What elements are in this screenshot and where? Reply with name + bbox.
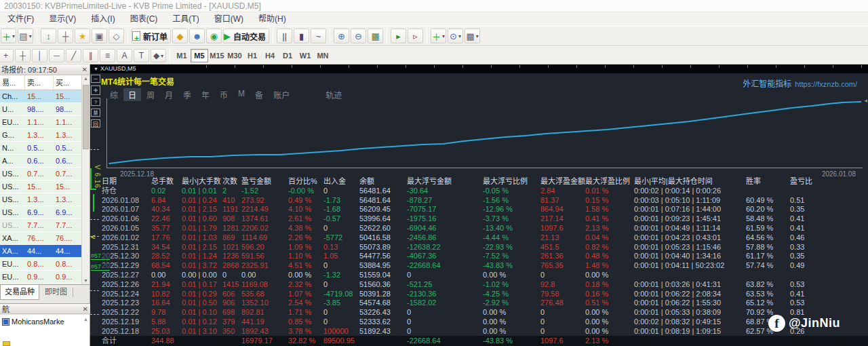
market-watch-row[interactable]: XA...44...44... xyxy=(0,245,82,258)
vertical-line-button[interactable]: │ xyxy=(32,49,47,62)
mql-community-button[interactable]: ☻ xyxy=(189,28,205,43)
close-icon[interactable]: ✕ xyxy=(82,64,87,75)
scroll-thumb[interactable] xyxy=(83,85,89,149)
terminal-button[interactable]: ▣ xyxy=(92,28,107,43)
period-tab-币[interactable]: 币 xyxy=(215,88,233,101)
indicators-button[interactable]: ＋▾ xyxy=(431,28,446,43)
market-watch-row[interactable]: A...0.6...0.6... xyxy=(0,155,82,168)
market-watch-row[interactable]: US...7.7...7.7... xyxy=(0,219,82,232)
candlestick-chart-button[interactable]: ▮ xyxy=(294,28,309,43)
market-watch-button[interactable]: ↕ xyxy=(41,28,56,43)
templates-button[interactable]: ▩▾ xyxy=(465,28,480,43)
tab-symbols[interactable]: 交易品种 xyxy=(0,285,39,300)
market-watch-row[interactable]: US...6.9...6.9... xyxy=(0,206,82,219)
zoom-out-button[interactable]: ⊖ xyxy=(351,28,366,43)
help-icon[interactable]: ? xyxy=(91,98,100,106)
chevron-down-icon[interactable]: ▾ xyxy=(29,33,32,39)
market-watch-row[interactable]: Ch...15...15... xyxy=(0,90,82,103)
trendline-button[interactable]: ╱ xyxy=(66,49,81,62)
market-watch-row[interactable]: US...15...15... xyxy=(0,180,82,193)
tile-windows-button[interactable]: ▦ xyxy=(368,28,383,43)
autotrading-button[interactable]: ▶自动交易 xyxy=(223,28,269,43)
market-watch-row[interactable]: EU...0.9...0.9... xyxy=(0,271,82,284)
chevron-down-icon[interactable]: ▾ xyxy=(458,33,461,39)
market-watch-row[interactable]: N...0.5...0.5... xyxy=(0,142,82,155)
chart-shift-button[interactable]: ▹ xyxy=(408,28,423,43)
signals-button[interactable]: ◉ xyxy=(206,28,222,43)
navigator-item[interactable]: MohicansMarke xyxy=(0,315,90,326)
timeframe-m30[interactable]: M30 xyxy=(226,49,243,62)
disable-icon[interactable]: 禁 xyxy=(91,109,100,117)
chevron-down-icon[interactable]: ▼ xyxy=(94,66,98,71)
menu-item-1[interactable]: 显示(V) xyxy=(41,12,83,26)
new-chart-button[interactable]: ＋▾ xyxy=(1,28,16,43)
market-watch-row[interactable]: US...1.3...1.3... xyxy=(0,193,82,206)
column-bid[interactable]: 卖... xyxy=(25,75,54,90)
strategy-tester-button[interactable]: ◇ xyxy=(108,28,124,43)
period-tab-M[interactable]: M xyxy=(233,88,250,101)
text-button[interactable]: A xyxy=(117,49,132,62)
timeframe-h4[interactable]: H4 xyxy=(261,49,279,62)
tab-tick-chart[interactable]: 即时图 xyxy=(39,285,73,300)
timeframe-m5[interactable]: M5 xyxy=(191,49,208,62)
scroll-up-icon[interactable]: ▲ xyxy=(83,317,88,322)
timeframe-m15[interactable]: M15 xyxy=(208,49,226,62)
close-icon[interactable]: ✕ xyxy=(83,304,88,315)
chevron-down-icon[interactable]: ▾ xyxy=(476,33,479,39)
period-tab-综[interactable]: 综 xyxy=(105,88,123,101)
periods-button[interactable]: ⊙▾ xyxy=(448,28,463,43)
period-tab-年[interactable]: 年 xyxy=(197,88,214,101)
chevron-down-icon[interactable]: ▾ xyxy=(161,53,163,59)
minimize-icon[interactable]: ─ xyxy=(91,75,100,83)
timeframe-d1[interactable]: D1 xyxy=(279,49,296,62)
profiles-button[interactable]: ▤▾ xyxy=(18,28,33,43)
menu-item-2[interactable]: 插入(I) xyxy=(83,12,122,26)
market-watch-scrollbar[interactable]: ▲ ▼ xyxy=(81,75,90,284)
timeframe-mn[interactable]: MN xyxy=(314,49,332,62)
bar-chart-button[interactable]: || xyxy=(277,28,292,43)
market-watch-row[interactable]: EU...1.1...1.1... xyxy=(0,116,82,129)
horizontal-line-button[interactable]: ─ xyxy=(49,49,64,62)
period-tab-月[interactable]: 月 xyxy=(160,88,178,101)
shapes-button[interactable]: ◆▾ xyxy=(151,49,166,62)
timeframe-w1[interactable]: W1 xyxy=(296,49,314,62)
copy-window-icon[interactable]: 回 xyxy=(91,119,100,128)
zoom-in-button[interactable]: ⊕ xyxy=(334,28,349,43)
timeframe-m1[interactable]: M1 xyxy=(173,49,191,62)
brand-url[interactable]: https://fxznzb.com/ xyxy=(795,80,857,88)
data-window-button[interactable]: ┼ xyxy=(58,28,73,43)
menu-item-3[interactable]: 图表(C) xyxy=(123,12,165,26)
new-order-button[interactable]: +新订单 xyxy=(132,28,171,43)
chart-window[interactable]: ▼XAUUSD,M5 ─ ✛ ? 禁 回 V 6.16 < #67 #67 MT… xyxy=(90,64,868,346)
column-symbol[interactable]: 易... xyxy=(0,75,25,90)
auto-scroll-button[interactable]: ▸ xyxy=(391,28,406,43)
chevron-down-icon[interactable]: ▾ xyxy=(12,33,15,39)
menu-item-0[interactable]: 文件(F) xyxy=(0,12,41,26)
menu-item-4[interactable]: 工具(T) xyxy=(165,12,206,26)
text-label-button[interactable]: T xyxy=(134,49,149,62)
line-chart-button[interactable]: ~ xyxy=(311,28,326,43)
fibonacci-button[interactable]: ≡ xyxy=(100,49,115,62)
market-watch-row[interactable]: U...98....98.... xyxy=(0,103,82,116)
navigator-button[interactable]: ★ xyxy=(75,28,90,43)
market-watch-row[interactable]: US...0.7...0.7... xyxy=(0,168,82,180)
period-tab-季[interactable]: 季 xyxy=(178,88,196,101)
scroll-down-icon[interactable]: ▼ xyxy=(83,278,88,283)
period-tab-备[interactable]: 备 xyxy=(250,88,268,101)
timeframe-h1[interactable]: H1 xyxy=(243,49,261,62)
menu-item-6[interactable]: 帮助(H) xyxy=(251,12,294,26)
market-watch-row[interactable]: G...1.3...1.3... xyxy=(0,129,82,142)
scroll-up-icon[interactable]: ▲ xyxy=(83,76,88,81)
channel-button[interactable]: ∥ xyxy=(83,49,98,62)
cursor-button[interactable]: + xyxy=(0,49,14,62)
metaeditor-button[interactable]: ◆ xyxy=(172,28,188,43)
column-ask[interactable]: 买... xyxy=(54,75,82,90)
market-watch-row[interactable]: EU...0.8...0.8... xyxy=(0,258,82,271)
market-watch-row[interactable]: XA...76....76.... xyxy=(0,232,82,245)
period-tab-日[interactable]: 日 xyxy=(123,88,141,101)
period-tab-周[interactable]: 周 xyxy=(142,88,159,101)
move-icon[interactable]: ✛ xyxy=(91,85,100,95)
chevron-down-icon[interactable]: ▾ xyxy=(442,33,445,39)
period-tab-账户[interactable]: 账户 xyxy=(269,88,294,101)
crosshair-button[interactable]: ┼ xyxy=(15,49,31,62)
